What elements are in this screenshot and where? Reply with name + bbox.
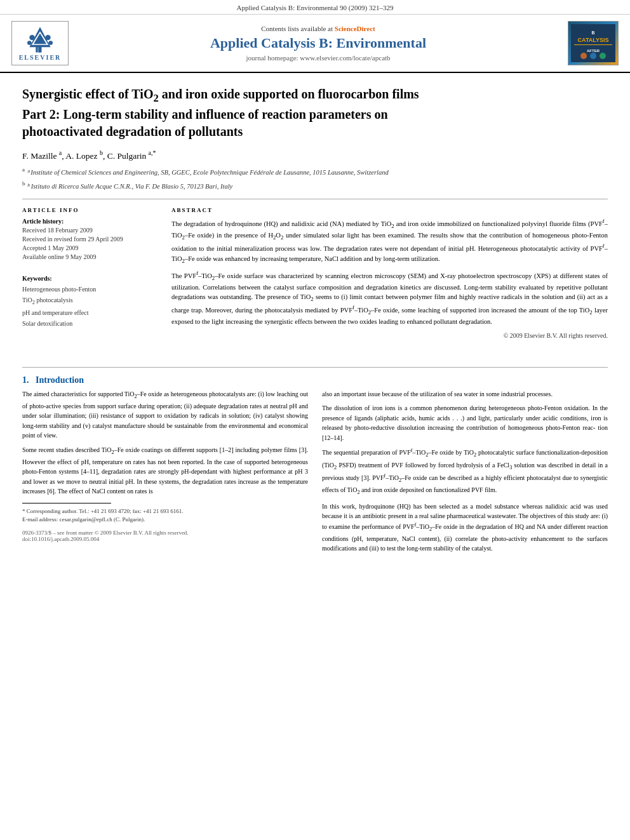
body-left: The aimed characteristics for supported … bbox=[22, 389, 308, 558]
footnote-email: E-mail address: cesar.pulgarin@epfl.ch (… bbox=[22, 516, 308, 524]
elsevier-tree-icon bbox=[24, 25, 56, 54]
intro-right-p2: The dissolution of iron ions is a common… bbox=[322, 403, 608, 443]
abstract-col: ABSTRACT The degradation of hydroquinone… bbox=[171, 207, 608, 340]
article-content: Synergistic effect of TiO2 and iron oxid… bbox=[0, 73, 630, 353]
svg-point-17 bbox=[600, 53, 606, 59]
journal-homepage: journal homepage: www.elsevier.com/locat… bbox=[81, 54, 555, 62]
abstract-label: ABSTRACT bbox=[171, 207, 608, 213]
top-bar: Applied Catalysis B: Environmental 90 (2… bbox=[0, 0, 630, 15]
footnote-divider bbox=[22, 503, 111, 503]
intro-right-p3: The sequential preparation of PVFf–TiO2–… bbox=[322, 447, 608, 497]
footnote-corresponding: * Corresponding author. Tel.: +41 21 693… bbox=[22, 507, 308, 516]
info-abstract-section: ARTICLE INFO Article history: Received 1… bbox=[22, 207, 608, 340]
article-info-label: ARTICLE INFO bbox=[22, 207, 159, 213]
keyword-2: TiO2 photocatalysis bbox=[22, 295, 159, 307]
introduction-title: 1. Introduction bbox=[22, 375, 608, 385]
divider bbox=[22, 199, 608, 199]
keywords-section: Keywords: bbox=[22, 274, 159, 283]
keyword-4: Solar detoxification bbox=[22, 319, 159, 329]
journal-header: ELSEVIER Contents lists available at Sci… bbox=[0, 15, 630, 73]
affiliation-b: b ᵇ Istituto di Ricerca Sulle Acque C.N.… bbox=[22, 180, 608, 191]
contents-line: Contents lists available at ScienceDirec… bbox=[81, 25, 555, 32]
svg-point-8 bbox=[27, 41, 32, 45]
authors: F. Mazille a, A. Lopez b, C. Pulgarin a,… bbox=[22, 149, 608, 161]
svg-point-6 bbox=[29, 35, 34, 40]
body-right: also an important issue because of the u… bbox=[322, 389, 608, 558]
keyword-1: Heterogeneous photo-Fenton bbox=[22, 284, 159, 295]
svg-text:B: B bbox=[591, 30, 594, 35]
copyright: © 2009 Elsevier B.V. All rights reserved… bbox=[171, 331, 608, 340]
svg-point-16 bbox=[590, 53, 596, 59]
svg-rect-13 bbox=[574, 44, 612, 45]
article-history: Article history: Received 18 February 20… bbox=[22, 217, 159, 262]
body-two-col: The aimed characteristics for supported … bbox=[22, 389, 608, 558]
svg-point-9 bbox=[48, 41, 53, 45]
affiliation-a: a ᵃ Institute of Chemical Sciences and E… bbox=[22, 166, 608, 177]
sciencedirect-label[interactable]: ScienceDirect bbox=[335, 25, 375, 32]
abstract-p1: The degradation of hydroquinone (HQ) and… bbox=[171, 217, 608, 265]
svg-point-7 bbox=[45, 35, 50, 40]
journal-center: Contents lists available at ScienceDirec… bbox=[69, 25, 568, 62]
catalysis-logo-icon: B CATALYSIS AFTER bbox=[571, 24, 615, 62]
svg-text:CATALYSIS: CATALYSIS bbox=[578, 37, 609, 43]
section-divider bbox=[22, 367, 608, 368]
journal-title-header: Applied Catalysis B: Environmental bbox=[81, 35, 555, 51]
page: Applied Catalysis B: Environmental 90 (2… bbox=[0, 0, 630, 840]
elsevier-text: ELSEVIER bbox=[19, 54, 62, 61]
intro-right-p1: also an important issue because of the u… bbox=[322, 389, 608, 399]
svg-point-15 bbox=[580, 53, 587, 59]
intro-left-p2: Some recent studies described TiO2–Fe ox… bbox=[22, 445, 308, 497]
catalysis-logo: B CATALYSIS AFTER bbox=[568, 21, 619, 65]
svg-text:AFTER: AFTER bbox=[587, 49, 600, 53]
footer-issn: 0926-3373/$ – see front matter © 2009 El… bbox=[22, 530, 308, 542]
intro-left-p1: The aimed characteristics for supported … bbox=[22, 389, 308, 441]
journal-citation: Applied Catalysis B: Environmental 90 (2… bbox=[237, 4, 394, 11]
main-body: 1. Introduction The aimed characteristic… bbox=[0, 353, 630, 571]
keyword-3: pH and temperature effect bbox=[22, 308, 159, 318]
abstract-p2: The PVFf–TiO2–Fe oxide surface was chara… bbox=[171, 269, 608, 327]
article-info-col: ARTICLE INFO Article history: Received 1… bbox=[22, 207, 159, 340]
keywords-list: Heterogeneous photo-Fenton TiO2 photocat… bbox=[22, 284, 159, 328]
elsevier-logo: ELSEVIER bbox=[11, 21, 69, 65]
abstract-text: The degradation of hydroquinone (HQ) and… bbox=[171, 217, 608, 340]
article-title: Synergistic effect of TiO2 and iron oxid… bbox=[22, 86, 608, 140]
intro-right-p4: In this work, hydroquinone (HQ) has been… bbox=[322, 502, 608, 554]
